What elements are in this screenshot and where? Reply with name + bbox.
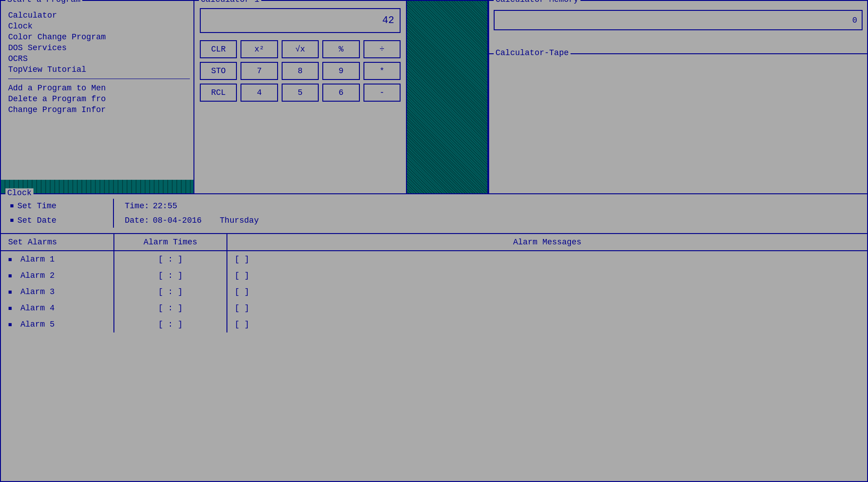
- alarm-row-1: ■ Alarm 1 [ : ] [ ]: [1, 251, 867, 267]
- alarm-5-name: ■ Alarm 5: [1, 316, 114, 332]
- calc-btn-x2[interactable]: x²: [241, 40, 278, 58]
- date-value: 08-04-2016: [153, 216, 202, 225]
- alarm-1-time[interactable]: [ : ]: [114, 251, 227, 267]
- clock-right-col: Time: 22:55 Date: 08-04-2016 Thursday: [114, 199, 867, 228]
- time-value: 22:55: [153, 201, 177, 211]
- alarm-table-header: Set Alarms Alarm Times Alarm Messages: [1, 234, 867, 251]
- memory-value: 0: [852, 16, 857, 25]
- calc-row-1: CLR x² √x % ÷: [200, 40, 401, 58]
- calculator-panel: Calculator-1 42 CLR x² √x % ÷ STO 7: [194, 0, 407, 194]
- alarm-table: Set Alarms Alarm Times Alarm Messages ■ …: [1, 234, 867, 332]
- calc-btn-7[interactable]: 7: [241, 62, 278, 80]
- alarm-row-4: ■ Alarm 4 [ : ] [ ]: [1, 300, 867, 316]
- calc-btn-subtract[interactable]: -: [363, 84, 401, 102]
- tape-content: [489, 54, 867, 186]
- start-program-panel: Start-a-Program Calculator Clock Color C…: [0, 0, 194, 194]
- menu-item-ocrs[interactable]: OCRS: [8, 53, 190, 64]
- alarm-2-time[interactable]: [ : ]: [114, 267, 227, 284]
- set-time-row: ■ Set Time: [10, 199, 113, 213]
- alarm-2-message[interactable]: [ ]: [227, 267, 867, 284]
- calc-row-3: RCL 4 5 6 -: [200, 84, 401, 102]
- calc-btn-rcl[interactable]: RCL: [200, 84, 237, 102]
- alarm-3-time[interactable]: [ : ]: [114, 284, 227, 300]
- calc-tape-panel: Calculator-Tape: [488, 54, 868, 194]
- screen: Start-a-Program Calculator Clock Color C…: [0, 0, 868, 482]
- calc-memory-panel: Calculator-Memory 0: [488, 0, 868, 54]
- menu-item-delete-program[interactable]: Delete a Program fro: [8, 94, 190, 104]
- calculator-title: Calculator-1: [199, 0, 261, 4]
- menu-item-dos-services[interactable]: DOS Services: [8, 42, 190, 53]
- calc-tape-title: Calculator-Tape: [494, 48, 571, 57]
- calculator-display-value: 42: [382, 15, 394, 26]
- alarm-row-3: ■ Alarm 3 [ : ] [ ]: [1, 284, 867, 300]
- alarm-4-time[interactable]: [ : ]: [114, 300, 227, 316]
- alarm-row-5: ■ Alarm 5 [ : ] [ ]: [1, 316, 867, 332]
- alarm-2-name: ■ Alarm 2: [1, 267, 114, 284]
- dark-pattern-panel: [407, 0, 488, 194]
- set-date-bullet: ■: [10, 217, 14, 224]
- calc-btn-6[interactable]: 6: [322, 84, 359, 102]
- menu-item-change-program[interactable]: Change Program Infor: [8, 104, 190, 115]
- alarm-1-name: ■ Alarm 1: [1, 251, 114, 267]
- menu-item-calculator[interactable]: Calculator: [8, 10, 190, 21]
- day-value: Thursday: [220, 216, 259, 225]
- date-label: Date:: [125, 216, 149, 225]
- calculator-display: 42: [200, 8, 401, 33]
- clock-left-col: ■ Set Time ■ Set Date: [1, 199, 114, 228]
- start-program-title: Start-a-Program: [5, 0, 82, 4]
- calc-btn-percent[interactable]: %: [322, 40, 359, 58]
- alarm-3-name: ■ Alarm 3: [1, 284, 114, 300]
- col-set-alarms: Set Alarms: [1, 234, 114, 251]
- set-date-link[interactable]: Set Date: [17, 216, 56, 225]
- time-display-row: Time: 22:55: [125, 199, 867, 213]
- set-time-bullet: ■: [10, 202, 14, 210]
- calc-btn-sto[interactable]: STO: [200, 62, 237, 80]
- set-date-row: ■ Set Date: [10, 213, 113, 228]
- date-display-row: Date: 08-04-2016 Thursday: [125, 213, 867, 228]
- calc-memory-title: Calculator-Memory: [494, 0, 580, 4]
- calc-btn-divide[interactable]: ÷: [363, 40, 401, 58]
- alarm-4-message[interactable]: [ ]: [227, 300, 867, 316]
- alarm-1-message[interactable]: [ ]: [227, 251, 867, 267]
- alarm-3-message[interactable]: [ ]: [227, 284, 867, 300]
- calc-btn-sqrt[interactable]: √x: [282, 40, 319, 58]
- menu-item-color-change[interactable]: Color Change Program: [8, 32, 190, 42]
- clock-panel: Clock ■ Set Time ■ Set Date Time: 22:55: [0, 194, 868, 482]
- calc-btn-9[interactable]: 9: [322, 62, 359, 80]
- alarm-row-2: ■ Alarm 2 [ : ] [ ]: [1, 267, 867, 284]
- calc-btn-4[interactable]: 4: [241, 84, 278, 102]
- alarm-5-message[interactable]: [ ]: [227, 316, 867, 332]
- menu-item-topview[interactable]: TopView Tutorial: [8, 64, 190, 75]
- calc-btn-5[interactable]: 5: [282, 84, 319, 102]
- col-alarm-messages: Alarm Messages: [227, 234, 867, 251]
- time-label: Time:: [125, 201, 149, 211]
- calc-btn-multiply[interactable]: *: [363, 62, 401, 80]
- memory-display: 0: [494, 10, 863, 30]
- calculator-buttons: CLR x² √x % ÷ STO 7 8 9 * RCL: [200, 40, 401, 102]
- clock-title: Clock: [5, 188, 33, 197]
- col-alarm-times: Alarm Times: [114, 234, 227, 251]
- menu-item-add-program[interactable]: Add a Program to Men: [8, 83, 190, 94]
- calc-row-2: STO 7 8 9 *: [200, 62, 401, 80]
- alarm-5-time[interactable]: [ : ]: [114, 316, 227, 332]
- calc-btn-clr[interactable]: CLR: [200, 40, 237, 58]
- alarm-4-name: ■ Alarm 4: [1, 300, 114, 316]
- set-time-link[interactable]: Set Time: [17, 201, 56, 211]
- menu-item-clock[interactable]: Clock: [8, 21, 190, 32]
- clock-top-section: ■ Set Time ■ Set Date Time: 22:55 Date: …: [1, 194, 867, 234]
- calc-btn-8[interactable]: 8: [282, 62, 319, 80]
